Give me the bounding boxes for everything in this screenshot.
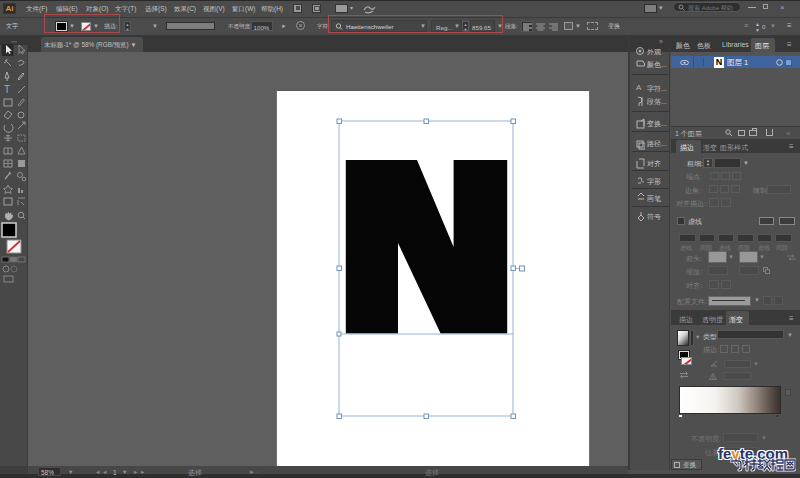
- svg-text:T: T: [4, 84, 10, 95]
- svg-text:A: A: [636, 83, 642, 92]
